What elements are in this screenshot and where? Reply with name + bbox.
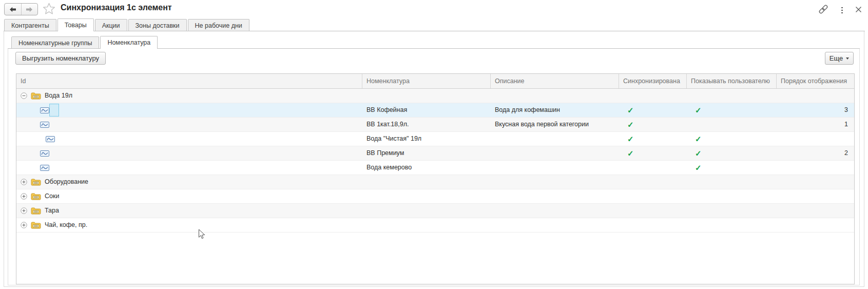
id-cell[interactable]: Тара — [16, 204, 362, 218]
column-header-4[interactable]: Синхронизирована — [619, 74, 687, 88]
tab-4[interactable]: Зоны доставки — [128, 19, 187, 31]
name-cell[interactable]: ВВ 1кат.18,9л. — [362, 118, 491, 131]
subtab-2[interactable]: Номенклатура — [100, 36, 158, 49]
column-header-2[interactable]: Номенклатура — [362, 74, 491, 88]
tab-3[interactable]: Акции — [95, 19, 127, 31]
group-row[interactable]: Чай, кофе, пр. — [16, 218, 854, 233]
visible-cell[interactable] — [687, 189, 777, 203]
order-cell[interactable]: 3 — [777, 103, 853, 117]
id-cell[interactable]: Чай, кофе, пр. — [16, 218, 362, 232]
sync-checkmark: ✓ — [695, 149, 702, 158]
order-cell[interactable] — [777, 175, 853, 189]
description-cell[interactable]: Вкусная вода первой категории — [491, 118, 619, 131]
description-cell[interactable] — [491, 204, 619, 218]
visible-cell[interactable]: ✓ — [687, 103, 777, 117]
name-cell[interactable]: Вода кемерово — [362, 161, 491, 175]
item-row[interactable]: Вода "Чистая" 19л✓✓ — [16, 132, 854, 146]
description-cell[interactable] — [491, 161, 619, 175]
description-cell[interactable] — [491, 175, 619, 189]
description-cell[interactable] — [491, 146, 619, 160]
tab-1[interactable]: Контрагенты — [4, 19, 56, 31]
description-cell[interactable] — [491, 132, 619, 146]
synced-cell[interactable] — [619, 175, 687, 189]
name-cell[interactable] — [362, 175, 491, 189]
column-header-5[interactable]: Показывать пользователю — [687, 74, 777, 88]
visible-cell[interactable]: ✓ — [687, 161, 777, 175]
synced-cell[interactable]: ✓ — [619, 132, 687, 146]
group-name: Вода 19л — [45, 89, 72, 103]
export-nomenclature-button[interactable]: Выгрузить номенклатуру — [15, 52, 106, 65]
expander-icon[interactable] — [21, 207, 27, 214]
close-button[interactable] — [855, 6, 862, 15]
more-menu-button[interactable] — [840, 6, 844, 15]
group-row[interactable]: Соки — [16, 189, 854, 204]
main-tab-divider — [4, 31, 865, 31]
id-cell[interactable] — [16, 118, 362, 131]
tab-5[interactable]: Не рабочие дни — [188, 19, 249, 31]
id-cell[interactable] — [16, 146, 362, 160]
item-row[interactable]: ВВ 1кат.18,9л.Вкусная вода первой катего… — [16, 118, 854, 132]
name-cell[interactable] — [362, 189, 491, 203]
synced-cell[interactable] — [619, 161, 687, 175]
visible-cell[interactable] — [687, 204, 777, 218]
order-cell[interactable] — [777, 161, 853, 175]
id-cell[interactable]: Вода 19л — [16, 89, 362, 103]
item-row[interactable]: ВВ Премиум✓✓2 — [16, 146, 854, 161]
id-cell[interactable] — [16, 103, 362, 117]
visible-cell[interactable] — [687, 89, 777, 103]
description-cell[interactable] — [491, 89, 619, 103]
order-cell[interactable] — [777, 132, 853, 146]
column-header-1[interactable]: Id — [16, 74, 362, 88]
order-cell[interactable] — [777, 189, 853, 203]
item-row[interactable]: ВВ КофейнаяВода для кофемашин✓✓3 — [16, 103, 854, 118]
visible-cell[interactable] — [687, 218, 777, 232]
tab-2[interactable]: Товары — [57, 18, 94, 31]
visible-cell[interactable]: ✓ — [687, 146, 777, 160]
group-row[interactable]: Тара — [16, 204, 854, 218]
description-cell[interactable] — [491, 218, 619, 232]
column-header-6[interactable]: Порядок отображения — [777, 74, 853, 88]
focused-cell[interactable] — [49, 104, 59, 117]
id-cell[interactable] — [16, 161, 362, 175]
expander-icon[interactable] — [21, 179, 27, 185]
link-button[interactable] — [818, 4, 829, 17]
expander-icon[interactable] — [21, 92, 27, 99]
item-row[interactable]: Вода кемерово✓ — [16, 161, 854, 175]
name-cell[interactable] — [362, 204, 491, 218]
order-cell[interactable] — [777, 204, 853, 218]
order-cell[interactable] — [777, 89, 853, 103]
synced-cell[interactable]: ✓ — [619, 103, 687, 117]
group-row[interactable]: Вода 19л — [16, 89, 854, 103]
name-cell[interactable] — [362, 89, 491, 103]
column-header-3[interactable]: Описание — [491, 74, 619, 88]
back-button[interactable] — [5, 4, 21, 15]
sync-checkmark: ✓ — [627, 134, 634, 143]
expander-icon[interactable] — [21, 222, 27, 228]
expander-icon[interactable] — [21, 193, 27, 200]
description-cell[interactable] — [491, 189, 619, 203]
forward-button[interactable] — [21, 4, 38, 15]
group-row[interactable]: Оборудование — [16, 175, 854, 189]
name-cell[interactable]: ВВ Премиум — [362, 146, 491, 160]
synced-cell[interactable] — [619, 189, 687, 203]
id-cell[interactable]: Соки — [16, 189, 362, 203]
name-cell[interactable]: ВВ Кофейная — [362, 103, 491, 117]
synced-cell[interactable]: ✓ — [619, 146, 687, 160]
favorite-star-button[interactable] — [42, 2, 56, 16]
visible-cell[interactable] — [687, 118, 777, 131]
order-cell[interactable]: 1 — [777, 118, 853, 131]
order-cell[interactable] — [777, 218, 853, 232]
synced-cell[interactable]: ✓ — [619, 118, 687, 131]
visible-cell[interactable] — [687, 175, 777, 189]
more-actions-button[interactable]: Еще — [825, 52, 854, 65]
synced-cell[interactable] — [619, 89, 687, 103]
order-cell[interactable]: 2 — [777, 146, 853, 160]
name-cell[interactable]: Вода "Чистая" 19л — [362, 132, 491, 146]
visible-cell[interactable]: ✓ — [687, 132, 777, 146]
synced-cell[interactable] — [619, 218, 687, 232]
name-cell[interactable] — [362, 218, 491, 232]
description-cell[interactable]: Вода для кофемашин — [491, 103, 619, 117]
id-cell[interactable] — [16, 132, 362, 146]
synced-cell[interactable] — [619, 204, 687, 218]
id-cell[interactable]: Оборудование — [16, 175, 362, 189]
